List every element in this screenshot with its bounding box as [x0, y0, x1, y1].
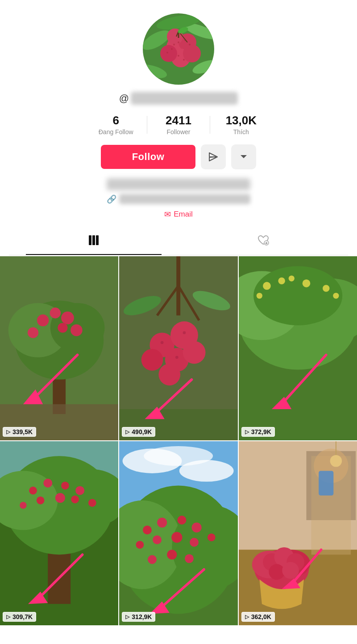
svg-point-82	[29, 487, 37, 495]
svg-point-56	[161, 341, 164, 345]
video-item-5[interactable]: ▷ 312,9K	[119, 441, 237, 625]
view-count-6: ▷ 362,0K	[241, 612, 275, 622]
tab-liked[interactable]	[178, 228, 348, 255]
chevron-down-icon	[238, 152, 249, 162]
svg-point-97	[144, 446, 213, 466]
play-icon-6: ▷	[245, 614, 249, 620]
view-count-2: ▷ 490,9K	[122, 427, 155, 437]
play-icon-1: ▷	[6, 429, 10, 435]
svg-point-12	[173, 44, 175, 45]
svg-point-57	[183, 331, 186, 334]
svg-point-35	[37, 315, 49, 327]
svg-point-16	[189, 44, 191, 45]
message-button[interactable]	[201, 144, 226, 169]
svg-point-89	[20, 502, 26, 509]
svg-point-53	[141, 349, 163, 371]
svg-point-105	[136, 541, 144, 549]
profile-link: nguyen.brandname.net	[119, 194, 250, 204]
action-row: Follow	[101, 144, 257, 169]
svg-point-14	[171, 48, 173, 50]
likes-label: Thích	[233, 128, 249, 135]
svg-point-58	[175, 356, 178, 359]
svg-point-17	[178, 55, 179, 57]
svg-point-36	[50, 308, 61, 318]
view-count-4: ▷ 309,7K	[3, 612, 36, 622]
play-icon-3: ▷	[245, 429, 249, 435]
svg-point-83	[43, 479, 52, 488]
stat-following[interactable]: 6 Đang Follow	[85, 114, 147, 135]
tabs-row	[9, 228, 348, 255]
video-item-6[interactable]: ▷ 362,0K	[239, 441, 357, 625]
stat-likes[interactable]: 13,0K Thích	[210, 114, 272, 135]
play-icon-5: ▷	[125, 614, 129, 620]
svg-point-129	[282, 562, 299, 579]
svg-point-67	[263, 282, 271, 290]
stat-followers[interactable]: 2411 Follower	[147, 114, 209, 135]
likes-count: 13,0K	[226, 114, 257, 127]
play-icon-2: ▷	[125, 429, 129, 435]
svg-point-88	[71, 496, 79, 504]
email-icon: ✉	[164, 209, 171, 219]
svg-point-38	[28, 328, 38, 338]
svg-marker-24	[209, 153, 217, 161]
video-item-2[interactable]: ▷ 490,9K	[119, 256, 237, 440]
svg-rect-27	[92, 235, 95, 245]
view-count-text-5: 312,9K	[132, 613, 152, 620]
svg-point-84	[61, 482, 69, 490]
svg-point-19	[166, 52, 168, 53]
svg-point-109	[208, 533, 216, 541]
heart-liked-icon	[257, 234, 270, 249]
svg-point-73	[333, 293, 339, 299]
at-symbol: @	[119, 93, 129, 104]
username-text: xxxxxxxxxxxx	[131, 92, 238, 105]
svg-point-106	[153, 535, 162, 544]
svg-point-110	[148, 555, 157, 564]
avatar	[143, 13, 214, 85]
video-item-3[interactable]: ▷ 372,9K	[239, 256, 357, 440]
email-label: Email	[174, 210, 193, 219]
svg-point-39	[71, 324, 83, 336]
svg-point-87	[55, 493, 65, 503]
view-count-text-2: 490,9K	[132, 428, 152, 435]
svg-point-85	[75, 486, 84, 495]
profile-section: @ xxxxxxxxxxxx 6 Đang Follow 2411 Follow…	[0, 0, 357, 255]
link-icon: 🔗	[107, 194, 116, 204]
svg-point-108	[190, 538, 199, 547]
link-row[interactable]: 🔗 nguyen.brandname.net	[107, 194, 250, 204]
svg-point-71	[288, 275, 294, 281]
svg-point-72	[256, 293, 262, 299]
following-count: 6	[112, 114, 119, 127]
view-count-text-6: 362,0K	[251, 613, 271, 620]
video-item-4[interactable]: ▷ 309,7K	[0, 441, 118, 625]
svg-marker-25	[241, 155, 247, 158]
stats-row: 6 Đang Follow 2411 Follower 13,0K Thích	[85, 114, 272, 135]
grid-icon	[88, 234, 100, 249]
svg-point-128	[269, 564, 284, 579]
bio-text: Vũ Thủy Lưu Nguyên	[107, 178, 251, 190]
svg-rect-121	[319, 471, 333, 495]
svg-point-101	[143, 525, 152, 534]
svg-point-9	[160, 45, 177, 62]
svg-point-112	[185, 554, 194, 563]
more-button[interactable]	[231, 144, 256, 169]
following-label: Đang Follow	[99, 128, 133, 135]
tab-videos[interactable]	[9, 228, 178, 255]
view-count-3: ▷ 372,9K	[241, 427, 275, 437]
svg-rect-28	[96, 235, 99, 245]
svg-point-70	[323, 285, 329, 291]
svg-point-107	[172, 532, 183, 543]
svg-point-66	[253, 266, 342, 325]
svg-point-68	[278, 278, 285, 284]
svg-point-111	[167, 550, 177, 559]
svg-point-69	[302, 279, 310, 287]
view-count-5: ▷ 312,9K	[122, 612, 155, 622]
svg-rect-26	[89, 235, 91, 245]
video-item-1[interactable]: ▷ 339,5K	[0, 256, 118, 440]
email-row[interactable]: ✉ Email	[164, 209, 193, 219]
video-grid: ▷ 339,5K	[0, 256, 357, 625]
svg-point-13	[178, 41, 179, 43]
follow-button[interactable]: Follow	[101, 145, 196, 169]
play-icon-4: ▷	[6, 614, 10, 620]
svg-point-132	[330, 455, 342, 467]
view-count-text-3: 372,9K	[251, 428, 271, 435]
